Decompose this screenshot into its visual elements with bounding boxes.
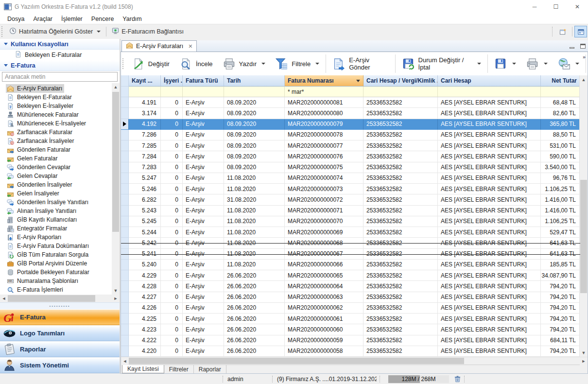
tree-item[interactable]: Entegratör Firmalar [0, 224, 112, 233]
filter-cell-isyeri[interactable] [161, 87, 183, 97]
e-ar-iv-g-nder-button[interactable]: E-Arşiv Gönder [328, 53, 393, 74]
filter-cell-cari[interactable] [438, 87, 541, 97]
tab-close-icon[interactable]: ✕ [188, 43, 192, 50]
accordion-item-sistem-y-netimi[interactable]: Sistem Yönetimi [0, 357, 120, 373]
tree-horizontal-scrollbar[interactable]: ◄ ► [0, 295, 120, 302]
scroll-right-icon[interactable]: ► [580, 357, 588, 365]
panel-minimize-button[interactable] [567, 42, 577, 50]
menu-item-pencere[interactable]: Pencere [87, 15, 119, 23]
menu-item-i̇şlemler[interactable]: İşlemler [57, 15, 87, 23]
tree-item[interactable]: E-Arşiv Fatura Dokümanları [0, 242, 112, 250]
minimize-button[interactable]: ─ [524, 0, 545, 14]
filter-cell-no[interactable]: * mar* [285, 87, 363, 97]
toolbar-overflow-button[interactable]: » [583, 54, 586, 60]
accordion-item-logo-tan-mlar-[interactable]: Logo Tanımları [0, 325, 120, 341]
trash-icon[interactable] [454, 375, 461, 383]
chevron-down-icon[interactable] [575, 63, 579, 65]
mail-button[interactable] [553, 53, 584, 74]
new-layout-button[interactable] [556, 26, 569, 37]
grid-vertical-scrollbar[interactable]: ▲ ▼ [579, 75, 588, 357]
table-row[interactable]: 7.2830E-Arşiv08.09.2020MAR20200000000752… [121, 162, 588, 173]
scroll-left-icon[interactable]: ◄ [121, 357, 129, 365]
sidebar-splitter[interactable]: ••••••••• [0, 302, 120, 309]
table-row[interactable]: 4.2270E-Arşiv26.06.2020MAR20200000000632… [121, 292, 588, 303]
column-header-cari[interactable]: Cari Hesap [438, 75, 541, 87]
tree-item[interactable]: Bekleyen E-Faturalar [0, 93, 112, 102]
menu-item-yardım[interactable]: Yardım [118, 15, 146, 23]
tree-item[interactable]: Gelen İrsaliyeler [0, 189, 112, 198]
tree-item[interactable]: iBekleyen E-İrsaliyeler [0, 102, 112, 110]
scrollbar-thumb[interactable] [129, 358, 464, 364]
filter-cell-tur[interactable] [183, 87, 224, 97]
tree-item[interactable]: E-Arşiv Faturaları [0, 84, 112, 93]
scroll-down-icon[interactable]: ▼ [580, 349, 588, 357]
bottom-tab-kay-t-listesi[interactable]: Kayıt Listesi [122, 365, 164, 373]
filter-cell-kayit[interactable] [129, 87, 161, 97]
chevron-down-icon[interactable] [315, 63, 319, 65]
toolbar-grip[interactable] [122, 58, 125, 69]
sort-desc-icon[interactable] [356, 80, 360, 82]
table-row[interactable]: 4.1920E-Arşiv08.09.2020MAR20200000000792… [121, 119, 588, 130]
scroll-right-icon[interactable]: ► [112, 295, 120, 302]
tree-item[interactable]: GİB Kayıtlı Kullanıcıları [0, 215, 112, 224]
layout-view-button[interactable] [574, 26, 587, 37]
table-row[interactable]: 4.2250E-Arşiv26.06.2020MAR20200000000612… [121, 314, 588, 324]
chevron-down-icon[interactable] [261, 63, 265, 65]
yazd-r-button[interactable]: Yazdır [218, 53, 271, 74]
save-button[interactable] [489, 53, 521, 74]
tree-item[interactable]: E-Fatura İşlemleri [0, 285, 112, 294]
tree-item[interactable]: E-Arşiv Raporları [0, 233, 112, 242]
chevron-down-icon[interactable] [512, 63, 516, 65]
grid-horizontal-scrollbar[interactable]: ◄ ► [121, 357, 588, 365]
table-row[interactable]: 5.2460E-Arşiv11.08.2020MAR20200000000732… [121, 184, 588, 194]
table-row[interactable]: 5.2470E-Arşiv11.08.2020MAR20200000000742… [121, 173, 588, 184]
tree-item[interactable]: Mühürlenecek Faturalar [0, 110, 112, 119]
table-row[interactable]: 5.2410E-Arşiv11.08.2020MAR20200000000672… [121, 249, 588, 260]
scroll-left-icon[interactable]: ◄ [0, 295, 8, 302]
filter-cell-tarih[interactable] [224, 87, 285, 97]
tree-item[interactable]: Gönderilen Cevaplar [0, 163, 112, 172]
durum-de-i-tir-i-ptal-button[interactable]: Durum Değiştir / İptal [397, 53, 486, 74]
tree-item[interactable]: Gönderilen İrsaliye Yanıtları [0, 198, 112, 207]
chevron-down-icon[interactable] [97, 31, 101, 33]
scroll-down-icon[interactable]: ▼ [112, 287, 120, 295]
collapse-icon[interactable] [4, 64, 8, 67]
efatura-section-header[interactable]: E-Fatura [0, 60, 120, 71]
column-header-no[interactable]: Fatura Numarası [285, 75, 363, 87]
toolbar-grip[interactable] [1, 26, 4, 37]
panel-maximize-button[interactable] [577, 42, 588, 50]
table-row[interactable]: 4.2290E-Arşiv26.06.2020MAR20200000000652… [121, 270, 588, 281]
tree-item[interactable]: GİB Tüm Faturaları Sorgula [0, 250, 112, 259]
tree-item[interactable]: Gönderilen Faturalar [0, 145, 112, 154]
scroll-up-icon[interactable]: ▲ [112, 83, 120, 91]
column-header-vkn[interactable]: Cari Hesap / Vergi/Kimlik ... [363, 75, 438, 87]
table-row[interactable]: 6.2820E-Arşiv31.08.2020MAR20200000000722… [121, 194, 588, 205]
table-row[interactable]: 4.2200E-Arşiv26.06.2020MAR20200000000582… [121, 346, 588, 357]
maximize-button[interactable]: ☐ [545, 0, 567, 14]
table-row[interactable]: 7.2850E-Arşiv08.09.2020MAR20200000000772… [121, 140, 588, 151]
table-row[interactable]: 7.2860E-Arşiv08.09.2020MAR20200000000782… [121, 130, 588, 140]
tree-item[interactable]: @Zarflanacak İrsaliyeler [0, 137, 112, 145]
scrollbar-thumb[interactable] [8, 295, 95, 302]
chevron-down-icon[interactable] [477, 63, 481, 65]
tree-item[interactable]: 001Numaralama Şablonları [0, 277, 112, 285]
menu-item-araçlar[interactable]: Araçlar [29, 15, 57, 23]
collapse-icon[interactable] [4, 43, 8, 45]
close-button[interactable]: ✕ [567, 0, 588, 14]
tree-item[interactable]: GİB Portal Arşivini Düzenle [0, 259, 112, 268]
connection-button[interactable]: E-Faturacım Bağlantısı [108, 26, 187, 37]
filter-cell-net[interactable] [541, 87, 580, 97]
accordion-item-raporlar[interactable]: Raporlar [0, 341, 120, 357]
column-header-kayit[interactable]: Kayıt ... [129, 75, 161, 87]
table-row[interactable]: 4.2230E-Arşiv26.06.2020MAR20200000000602… [121, 324, 588, 335]
tree-item[interactable]: Gelen Cevaplar [0, 172, 112, 180]
table-row[interactable]: 4.2280E-Arşiv26.06.2020MAR20200000000642… [121, 281, 588, 292]
tree-item[interactable]: Alınan İrsaliye Yanıtları [0, 207, 112, 215]
column-header-net[interactable]: Net Tutar [541, 75, 580, 87]
scrollbar-thumb[interactable] [580, 180, 587, 293]
de-i-tir-button[interactable]: Değiştir [127, 53, 174, 74]
column-header-tur[interactable]: Fatura Türü [183, 75, 224, 87]
table-row[interactable]: 4.1910E-Arşiv08.09.2020MAR20200000000812… [121, 97, 588, 108]
bottom-tab-raporlar[interactable]: Raporlar [194, 365, 226, 373]
table-row[interactable]: 5.2430E-Arşiv11.08.2020MAR20200000000712… [121, 206, 588, 216]
